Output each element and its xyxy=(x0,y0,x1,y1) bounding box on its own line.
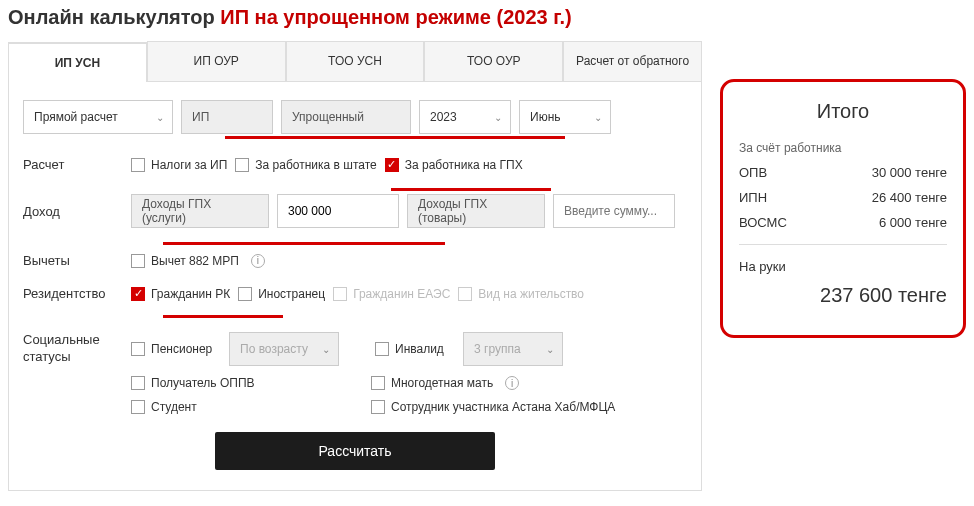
highlight-underline xyxy=(391,188,551,191)
income-services-label-box: Доходы ГПХ (услуги) xyxy=(131,194,269,228)
result-row: ВОСМС6 000 тенге xyxy=(739,215,947,230)
result-row: ИПН26 400 тенге xyxy=(739,190,947,205)
check-invalid[interactable]: Инвалид xyxy=(375,342,455,356)
check-resident-vnj: Вид на жительство xyxy=(458,287,584,301)
mode-select[interactable]: Прямой расчет ⌄ xyxy=(23,100,173,134)
results-title: Итого xyxy=(739,100,947,123)
tab-too-our[interactable]: ТОО ОУР xyxy=(424,41,563,81)
check-astanahub[interactable]: Сотрудник участника Астана Хаб/МФЦА xyxy=(371,400,615,414)
entity-value: ИП xyxy=(192,110,209,124)
tabs: ИП УСН ИП ОУР ТОО УСН ТОО ОУР Расчет от … xyxy=(8,41,702,82)
results-panel: Итого За счёт работника ОПВ30 000 тенге … xyxy=(720,79,966,338)
chevron-down-icon: ⌄ xyxy=(594,112,602,123)
highlight-underline xyxy=(163,315,283,318)
year-value: 2023 xyxy=(430,110,457,124)
check-resident-eaes: Гражданин ЕАЭС xyxy=(333,287,450,301)
check-nalogi-ip[interactable]: Налоги за ИП xyxy=(131,158,227,172)
tab-ip-our[interactable]: ИП ОУР xyxy=(147,41,286,81)
check-multichild[interactable]: Многодетная мать xyxy=(371,376,493,390)
residentstvo-label: Резидентство xyxy=(23,286,123,301)
income-goods-label-box: Доходы ГПХ (товары) xyxy=(407,194,545,228)
check-vychet-mrp[interactable]: Вычет 882 МРП xyxy=(131,254,239,268)
check-student[interactable]: Студент xyxy=(131,400,341,414)
social-label: Социальные статусы xyxy=(23,332,123,366)
check-oppv[interactable]: Получатель ОППВ xyxy=(131,376,341,390)
dohod-label: Доход xyxy=(23,204,123,219)
check-resident-rk[interactable]: ✓Гражданин РК xyxy=(131,287,230,301)
month-select[interactable]: Июнь ⌄ xyxy=(519,100,611,134)
entity-select[interactable]: ИП xyxy=(181,100,273,134)
highlight-underline xyxy=(225,136,565,139)
year-select[interactable]: 2023 ⌄ xyxy=(419,100,511,134)
pensioner-type-select[interactable]: По возрасту⌄ xyxy=(229,332,339,366)
income-goods-input[interactable] xyxy=(553,194,675,228)
result-row: ОПВ30 000 тенге xyxy=(739,165,947,180)
chevron-down-icon: ⌄ xyxy=(494,112,502,123)
check-pensioner[interactable]: Пенсионер xyxy=(131,342,221,356)
month-value: Июнь xyxy=(530,110,561,124)
calculate-button[interactable]: Рассчитать xyxy=(215,432,495,470)
tab-ip-usn[interactable]: ИП УСН xyxy=(8,42,147,82)
check-resident-foreign[interactable]: Иностранец xyxy=(238,287,325,301)
net-label: На руки xyxy=(739,259,947,274)
income-services-input[interactable] xyxy=(277,194,399,228)
chevron-down-icon: ⌄ xyxy=(156,112,164,123)
tab-too-usn[interactable]: ТОО УСН xyxy=(286,41,425,81)
chevron-down-icon: ⌄ xyxy=(546,344,554,355)
check-za-shtat[interactable]: За работника в штате xyxy=(235,158,376,172)
page-title: Онлайн калькулятор ИП на упрощенном режи… xyxy=(8,6,966,29)
vychety-label: Вычеты xyxy=(23,253,123,268)
results-subtitle: За счёт работника xyxy=(739,141,947,155)
regime-select[interactable]: Упрощенный xyxy=(281,100,411,134)
net-value: 237 600 тенге xyxy=(739,284,947,307)
highlight-underline xyxy=(163,242,445,245)
mode-value: Прямой расчет xyxy=(34,110,118,124)
title-prefix: Онлайн калькулятор xyxy=(8,6,220,28)
tab-reverse[interactable]: Расчет от обратного xyxy=(563,41,702,81)
info-icon[interactable]: i xyxy=(251,254,265,268)
raschet-label: Расчет xyxy=(23,157,123,172)
check-za-gpx[interactable]: ✓За работника на ГПХ xyxy=(385,158,523,172)
regime-value: Упрощенный xyxy=(292,110,364,124)
invalid-group-select[interactable]: 3 группа⌄ xyxy=(463,332,563,366)
chevron-down-icon: ⌄ xyxy=(322,344,330,355)
info-icon[interactable]: i xyxy=(505,376,519,390)
divider xyxy=(739,244,947,245)
title-highlight: ИП на упрощенном режиме (2023 г.) xyxy=(220,6,571,28)
